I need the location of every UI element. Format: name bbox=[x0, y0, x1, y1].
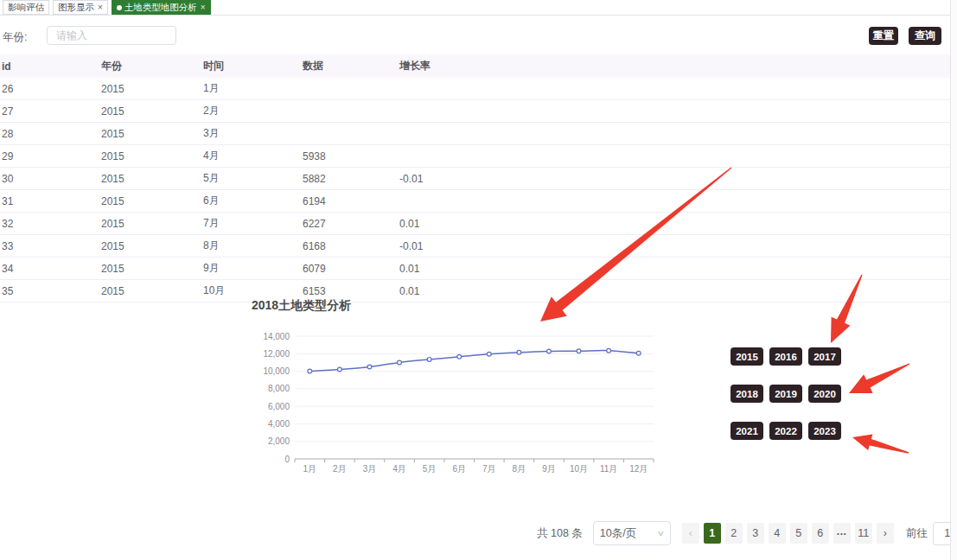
data-point bbox=[308, 369, 312, 373]
goto-label: 前往 bbox=[906, 526, 928, 541]
tab-影响评估[interactable]: 影响评估 bbox=[3, 0, 49, 15]
pagination: 共 108 条 10条/页 ∨ ‹123456•••11› 前往 页 bbox=[537, 521, 957, 545]
page-button-6[interactable]: 6 bbox=[812, 523, 829, 544]
column-header: 数据 bbox=[301, 54, 398, 78]
table-cell: 2015 bbox=[99, 78, 201, 100]
column-header: 时间 bbox=[201, 54, 301, 78]
table-cell: 28 bbox=[0, 123, 99, 145]
data-point bbox=[636, 351, 641, 355]
table-cell bbox=[398, 78, 951, 100]
year-button-2021[interactable]: 2021 bbox=[731, 422, 763, 440]
x-tick-label: 4月 bbox=[392, 464, 406, 474]
year-input[interactable] bbox=[47, 26, 176, 45]
year-button-row: 201820192020 bbox=[731, 385, 841, 403]
table-cell: 29 bbox=[0, 145, 99, 168]
table-cell: 5938 bbox=[301, 145, 398, 168]
y-tick-label: 8,000 bbox=[268, 384, 290, 393]
table-row: 3320158月6168-0.01 bbox=[0, 235, 951, 258]
table-cell: 1月 bbox=[201, 78, 301, 100]
column-header: id bbox=[0, 54, 99, 78]
year-button-2018[interactable]: 2018 bbox=[731, 385, 763, 403]
tab-土地类型地图分析[interactable]: 土地类型地图分析× bbox=[112, 0, 211, 15]
data-point bbox=[427, 357, 431, 361]
data-point bbox=[398, 360, 402, 365]
y-tick-label: 10,000 bbox=[263, 366, 290, 376]
tab-close-icon[interactable]: × bbox=[201, 1, 206, 14]
tab-label: 土地类型地图分析 bbox=[124, 1, 197, 14]
table-cell bbox=[301, 78, 398, 100]
more-pages-button[interactable]: ••• bbox=[833, 523, 851, 544]
query-button[interactable]: 查询 bbox=[909, 27, 941, 45]
red-arrow-annotation bbox=[849, 363, 909, 393]
year-button-2022[interactable]: 2022 bbox=[769, 422, 802, 440]
table-cell: 26 bbox=[0, 78, 99, 100]
pager: ‹123456•••11› bbox=[682, 523, 894, 544]
data-point bbox=[577, 349, 581, 353]
x-tick-label: 7月 bbox=[482, 464, 496, 474]
data-point bbox=[547, 349, 552, 353]
table-row: 3420159月60790.01 bbox=[0, 258, 951, 280]
table-cell: 6227 bbox=[301, 213, 398, 235]
line-chart: 02,0004,0006,0008,00010,00012,00014,0001… bbox=[263, 332, 654, 474]
line-series bbox=[309, 351, 638, 372]
table-cell: 9月 bbox=[201, 258, 301, 280]
year-button-row: 201520162017 bbox=[731, 347, 841, 366]
year-button-2023[interactable]: 2023 bbox=[808, 422, 841, 440]
x-tick-label: 12月 bbox=[629, 464, 648, 474]
table-cell: 32 bbox=[0, 213, 99, 235]
year-button-2016[interactable]: 2016 bbox=[769, 347, 802, 366]
table-cell: 2015 bbox=[99, 258, 201, 280]
page-button-4[interactable]: 4 bbox=[769, 523, 786, 544]
x-tick-label: 3月 bbox=[363, 464, 377, 474]
page-button-5[interactable]: 5 bbox=[790, 523, 807, 544]
year-button-row: 202120222023 bbox=[731, 422, 841, 440]
table-cell: 35 bbox=[0, 280, 99, 302]
year-button-2019[interactable]: 2019 bbox=[769, 385, 802, 403]
total-count-label: 共 108 条 bbox=[537, 526, 583, 541]
table-cell bbox=[398, 145, 951, 168]
year-button-2017[interactable]: 2017 bbox=[808, 347, 841, 366]
red-arrow-annotation bbox=[852, 435, 909, 454]
table-cell: 6月 bbox=[201, 190, 301, 213]
reset-button[interactable]: 重置 bbox=[869, 27, 898, 45]
table-cell: 7月 bbox=[201, 213, 301, 235]
vertical-scrollbar[interactable] bbox=[950, 0, 957, 560]
page-button-2[interactable]: 2 bbox=[725, 523, 743, 544]
x-tick-label: 6月 bbox=[452, 464, 466, 474]
tab-close-icon[interactable]: × bbox=[98, 1, 103, 14]
table-row: 2820153月 bbox=[0, 123, 951, 145]
table-cell: 6168 bbox=[301, 235, 398, 258]
prev-page-button[interactable]: ‹ bbox=[682, 523, 699, 544]
page-button-1[interactable]: 1 bbox=[704, 523, 721, 544]
y-tick-label: 6,000 bbox=[268, 402, 290, 411]
y-tick-label: 4,000 bbox=[268, 419, 290, 429]
page-button-3[interactable]: 3 bbox=[747, 523, 764, 544]
tab-图形显示[interactable]: 图形显示× bbox=[53, 0, 108, 15]
table-cell: 4月 bbox=[201, 145, 301, 168]
table-row: 3020155月5882-0.01 bbox=[0, 168, 951, 190]
table-row: 2720152月 bbox=[0, 100, 951, 123]
table-header-row: id年份时间数据增长率 bbox=[0, 54, 951, 78]
page-size-value: 10条/页 bbox=[600, 526, 636, 541]
chevron-down-icon: ∨ bbox=[657, 529, 665, 538]
table-cell: 6079 bbox=[301, 258, 398, 280]
year-button-2015[interactable]: 2015 bbox=[731, 347, 763, 366]
year-button-2020[interactable]: 2020 bbox=[808, 385, 841, 403]
data-point bbox=[457, 354, 462, 359]
table-cell: 3月 bbox=[201, 123, 301, 145]
table-cell: 2015 bbox=[99, 100, 201, 123]
table-cell: 2015 bbox=[99, 168, 201, 190]
page-button-11[interactable]: 11 bbox=[855, 523, 872, 544]
chart-title: 2018土地类型分析 bbox=[252, 298, 351, 314]
tab-label: 影响评估 bbox=[8, 1, 44, 14]
table-cell: 31 bbox=[0, 190, 99, 213]
x-tick-label: 8月 bbox=[513, 464, 526, 474]
table-cell: 0.01 bbox=[398, 213, 951, 235]
table-cell: 2015 bbox=[99, 145, 201, 168]
next-page-button[interactable]: › bbox=[877, 523, 894, 544]
table-cell: 0.01 bbox=[398, 280, 951, 302]
table-cell: 2015 bbox=[99, 213, 201, 235]
table-cell: 8月 bbox=[201, 235, 301, 258]
page-size-select[interactable]: 10条/页 ∨ bbox=[593, 521, 671, 545]
table-cell: 5882 bbox=[301, 168, 398, 190]
